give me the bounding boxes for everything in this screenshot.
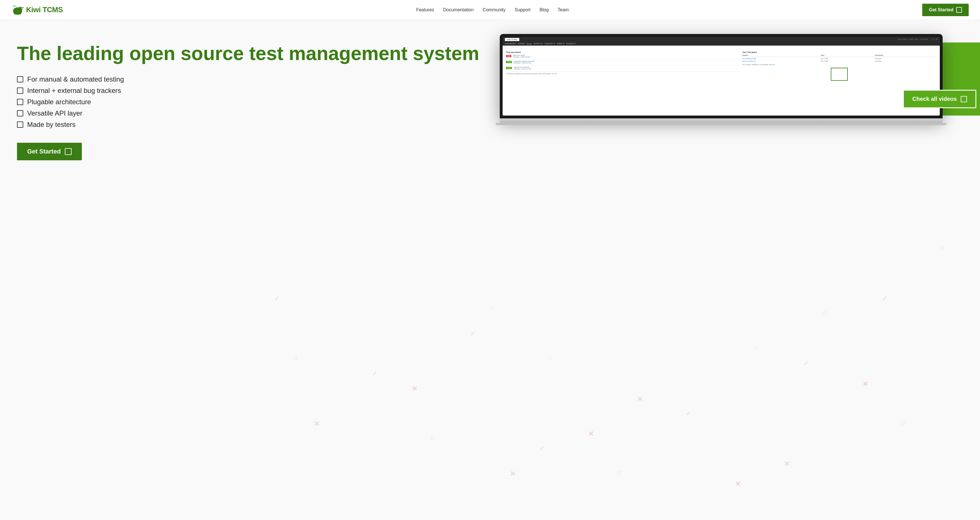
screen-col-automation: Automation (875, 54, 936, 56)
screen-row-1: FAIL Wiki scan (stub) Yesterday, 2, 2023… (506, 54, 739, 58)
screen-status-pass-1: PASS (506, 61, 512, 63)
screen-nav-logo: ★ Kiwi (527, 43, 532, 45)
screen-section-plans-title: Your Test plans (743, 51, 936, 53)
laptop-bottom (496, 123, 947, 125)
screen-col-type: Type (821, 54, 870, 56)
svg-point-1 (18, 7, 22, 11)
screen-plan-product-1: For Acrobatics Meet (743, 58, 816, 59)
screen-row-3: PASS Signup from Android Yesterday, 2, 2… (506, 66, 739, 70)
screen-plan-row-1: For Acrobatics Meet Auto TCMS Automated (743, 58, 936, 59)
hero-right-content: Kiwi TCMS Kiwi TCMS — 1440 × 900 — 10:22… (490, 34, 980, 125)
feature-item-4: Versatile API layer (17, 109, 490, 117)
screen-status-pass-2: PASS (506, 67, 512, 69)
hero-features-list: For manual & automated testing Internal … (17, 75, 490, 129)
checkbox-icon-2 (17, 87, 23, 94)
screen-nav-admin: ADMIN ▼ (557, 43, 565, 45)
feature-item-5: Made by testers (17, 121, 490, 129)
check-videos-button[interactable]: Check all videos (903, 90, 976, 108)
logo-link[interactable]: DXO Kiwi TCMS (11, 4, 63, 16)
feature-item-1: For manual & automated testing (17, 75, 490, 83)
svg-text:DXO: DXO (13, 5, 16, 7)
check-videos-label: Check all videos (912, 96, 957, 102)
checkbox-icon-1 (17, 76, 23, 83)
screen-plans-link: See all (769, 64, 775, 65)
screen-plan-row-2: WiFi step (other ht) Now TCMS Functional (743, 60, 936, 62)
navbar: DXO Kiwi TCMS Features Documentation Com… (0, 0, 980, 20)
screen-col-product: Product (743, 54, 816, 56)
logo-text: Kiwi TCMS (26, 5, 63, 14)
nav-cta-icon (956, 7, 962, 13)
feature-text-5: Made by testers (27, 121, 76, 129)
svg-point-5 (18, 13, 21, 14)
screen-plans-summary: You manage 2 TestPlan(s). 0 are disabled… (743, 64, 936, 65)
nav-documentation[interactable]: Documentation (443, 7, 474, 12)
nav-team[interactable]: Team (558, 7, 569, 12)
laptop-mockup: Kiwi TCMS Kiwi TCMS — 1440 × 900 — 10:22… (500, 34, 943, 125)
screen-plan-type-2: Now TCMS (821, 60, 870, 62)
kiwi-logo-icon: DXO (11, 4, 24, 16)
screen-nav-toentry: TO/ENTRY ▼ (544, 43, 555, 45)
laptop-base (500, 118, 943, 123)
checkbox-icon-5 (17, 121, 23, 128)
screen-row1-date: Yesterday, 2, 2023 at 9:01m (513, 56, 531, 58)
screen-row3-date: Yesterday, 2, 2023 at 5:21m (514, 68, 531, 70)
screen-app-navbar: DASHBOARD TESTING ★ Kiwi SEARCH ▼ TO/ENT… (503, 42, 940, 46)
screen-nav-search: SEARCH ▼ (533, 43, 543, 45)
screen-title-bar: Kiwi TCMS Kiwi TCMS — 1440 × 900 — 10:22… (503, 37, 940, 42)
video-icon (961, 96, 967, 102)
screen-table-header: Product Type Automation (743, 54, 936, 57)
svg-point-4 (14, 13, 17, 14)
screen-main-content: Test executions FAIL Wiki scan (stub) Ye… (503, 48, 940, 86)
nav-get-started-button[interactable]: Get Started (922, 4, 969, 16)
checkbox-icon-4 (17, 110, 23, 116)
feature-text-1: For manual & automated testing (27, 75, 124, 83)
feature-item-2: Internal + external bug trackers (17, 87, 490, 95)
screen-plan-auto-1: Automated (875, 58, 936, 59)
screen-plan-product-2: WiFi step (other ht) (743, 60, 816, 62)
screen-nav-dashboard: DASHBOARD (505, 43, 515, 45)
screen-app-title: Kiwi TCMS (505, 38, 519, 41)
hero-cta-icon (65, 148, 72, 155)
laptop-screen-inner: DASHBOARD TESTING ★ Kiwi SEARCH ▼ TO/ENT… (503, 42, 940, 116)
hero-section: ✓ ✓ ✓ ✓ ✓ ✓ ✓ ✕ ✕ ✕ ✕ ✕ ✕ ✕ ✕ □ □ □ □ □ … (0, 20, 980, 520)
hero-cta-label: Get Started (27, 148, 61, 155)
screen-video-thumbnail (831, 68, 848, 81)
feature-text-3: Plugable architecture (27, 98, 91, 106)
screen-row-2: PASS Integration testing & service Yeste… (506, 60, 739, 64)
nav-features[interactable]: Features (416, 7, 434, 12)
nav-links: Features Documentation Community Support… (416, 7, 569, 13)
screen-row2-date: Yesterday, 2, 2023 at 5:21m (514, 62, 535, 64)
nav-blog[interactable]: Blog (540, 7, 549, 12)
screen-footer-note: 2 TestRun(s) assigned to you need to be … (506, 73, 739, 75)
screen-nav-testing: TESTING (517, 43, 525, 45)
screen-section-executions-title: Test executions (506, 51, 739, 53)
feature-text-4: Versatile API layer (27, 109, 83, 117)
screen-plan-auto-2: Functional (875, 60, 936, 62)
checkbox-icon-3 (17, 99, 23, 105)
hero-get-started-button[interactable]: Get Started (17, 143, 82, 160)
hero-left-content: The leading open source test management … (17, 37, 490, 160)
hero-title: The leading open source test management … (17, 43, 490, 64)
screen-status-fail: FAIL (506, 55, 511, 57)
feature-text-2: Internal + external bug trackers (27, 87, 121, 95)
screen-nav-plugins: PLUGINS ▼ (566, 43, 576, 45)
svg-line-3 (22, 7, 24, 8)
laptop-screen-outer: Kiwi TCMS Kiwi TCMS — 1440 × 900 — 10:22… (500, 34, 943, 118)
feature-item-3: Plugable architecture (17, 98, 490, 106)
nav-cta-label: Get Started (929, 7, 953, 13)
screen-plan-type-1: Auto TCMS (821, 58, 870, 59)
nav-support[interactable]: Support (515, 7, 531, 12)
nav-community[interactable]: Community (483, 7, 506, 12)
